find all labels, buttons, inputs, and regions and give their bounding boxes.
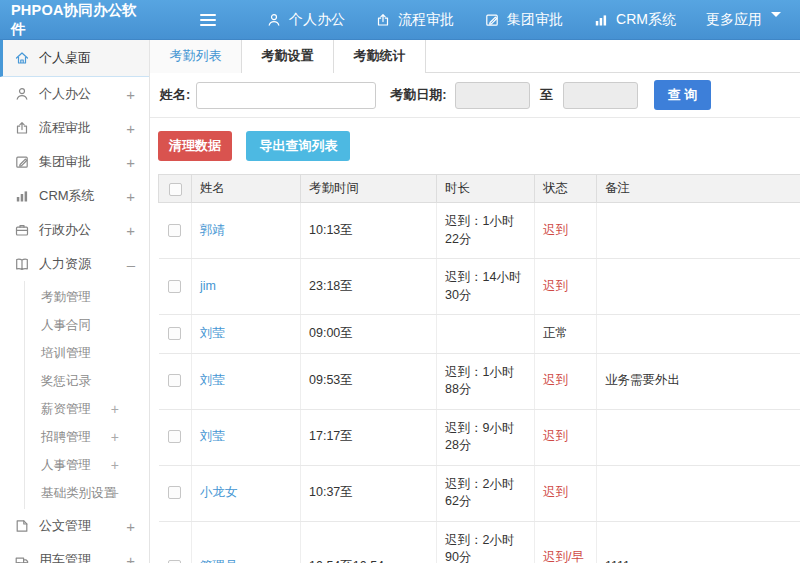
navbar-item[interactable]: 更多应用 — [691, 0, 800, 40]
briefcase-icon — [14, 222, 30, 238]
export-list-button[interactable]: 导出查询列表 — [246, 131, 350, 161]
sidebar-item[interactable]: 用车管理+ — [0, 543, 149, 563]
attendance-time-cell: 09:00至 — [301, 315, 437, 354]
sidebar-subitem-label: 人事合同 — [41, 317, 91, 334]
navbar-item[interactable]: 个人办公 — [251, 0, 360, 40]
sidebar-item[interactable]: 公文管理+ — [0, 509, 149, 543]
remark-cell — [597, 465, 800, 521]
remark-cell — [597, 203, 800, 259]
sidebar-subitem[interactable]: 薪资管理+ — [25, 395, 149, 423]
employee-name-link[interactable]: 刘莹 — [200, 326, 225, 340]
sidebar-item[interactable]: 个人办公+ — [0, 77, 149, 111]
select-all-checkbox[interactable] — [169, 183, 182, 196]
sidebar-subitem-label: 培训管理 — [41, 345, 91, 362]
expand-icon[interactable]: + — [126, 188, 135, 205]
sidebar-item-label: 个人办公 — [39, 85, 91, 103]
expand-icon[interactable]: + — [126, 552, 135, 563]
attendance-time-cell: 17:17至 — [301, 409, 437, 465]
edit-icon — [14, 154, 30, 170]
row-checkbox[interactable] — [168, 327, 181, 340]
expand-icon[interactable]: + — [126, 86, 135, 103]
sidebar-subitem[interactable]: 奖惩记录 — [25, 367, 149, 395]
sidebar-subitem-label: 招聘管理 — [41, 429, 91, 446]
caret-down-icon — [769, 12, 785, 28]
sidebar-subitem-label: 考勤管理 — [41, 289, 91, 306]
status-cell: 迟到 — [535, 465, 597, 521]
date-from-input[interactable] — [455, 82, 530, 109]
tab-考勤列表[interactable]: 考勤列表 — [150, 40, 242, 73]
duration-cell: 迟到：9小时28分 — [437, 409, 535, 465]
status-cell: 正常 — [535, 315, 597, 354]
duration-cell — [437, 315, 535, 354]
remark-cell: 1111 — [597, 521, 800, 563]
sidebar-subitem[interactable]: 招聘管理+ — [25, 423, 149, 451]
sidebar-subitem[interactable]: 培训管理 — [25, 339, 149, 367]
table-row: 管理员10:54至10:54迟到：2小时90分早退：7小时10分迟到/早退111… — [159, 521, 800, 563]
row-checkbox[interactable] — [168, 430, 181, 443]
clear-data-button[interactable]: 清理数据 — [158, 131, 232, 161]
navbar-item-label: 集团审批 — [507, 11, 563, 29]
sidebar-submenu: 考勤管理人事合同培训管理奖惩记录薪资管理+招聘管理+人事管理+基础类别设置+ — [24, 281, 149, 509]
sidebar-subitem[interactable]: 考勤管理 — [25, 283, 149, 311]
search-button[interactable]: 查 询 — [654, 80, 712, 110]
sidebar-item[interactable]: 集团审批+ — [0, 145, 149, 179]
employee-name-link[interactable]: 刘莹 — [200, 373, 225, 387]
attendance-time-cell: 10:13至 — [301, 203, 437, 259]
book-icon — [14, 256, 30, 272]
employee-name-link[interactable]: jim — [200, 279, 216, 293]
main-content: 考勤列表考勤设置考勤统计 姓名: 考勤日期: 至 查 询 清理数据 导出查询列表… — [150, 40, 800, 563]
sidebar-item-label: CRM系统 — [39, 187, 95, 205]
sidebar-item-label: 公文管理 — [39, 517, 91, 535]
table-row: 刘莹09:00至正常 — [159, 315, 800, 354]
row-checkbox[interactable] — [168, 280, 181, 293]
expand-icon[interactable]: + — [111, 401, 119, 417]
sidebar-item-label: 集团审批 — [39, 153, 91, 171]
navbar-item-label: 流程审批 — [398, 11, 454, 29]
duration-cell: 迟到：2小时62分 — [437, 465, 535, 521]
expand-icon[interactable]: + — [126, 154, 135, 171]
truck-icon — [14, 552, 30, 563]
navbar-item[interactable]: 流程审批 — [360, 0, 469, 40]
tab-考勤设置[interactable]: 考勤设置 — [242, 40, 334, 73]
name-input[interactable] — [196, 82, 376, 109]
workflow-icon — [14, 120, 30, 136]
sidebar-item[interactable]: 个人桌面 — [0, 40, 149, 77]
navbar-item[interactable]: CRM系统 — [578, 0, 691, 40]
expand-icon[interactable]: + — [126, 222, 135, 239]
remark-cell — [597, 315, 800, 354]
employee-name-link[interactable]: 管理员 — [200, 559, 238, 563]
expand-icon[interactable]: + — [111, 485, 119, 501]
employee-name-link[interactable]: 小龙女 — [200, 485, 238, 499]
tab-考勤统计[interactable]: 考勤统计 — [334, 40, 426, 73]
table-row: 刘莹17:17至迟到：9小时28分迟到 — [159, 409, 800, 465]
column-header: 状态 — [535, 175, 597, 203]
duration-cell: 迟到：1小时22分 — [437, 203, 535, 259]
table-toolbar: 清理数据 导出查询列表 — [150, 118, 800, 174]
sidebar-subitem[interactable]: 人事合同 — [25, 311, 149, 339]
employee-name-link[interactable]: 郭靖 — [200, 223, 225, 237]
row-checkbox[interactable] — [168, 224, 181, 237]
sidebar-item[interactable]: CRM系统+ — [0, 179, 149, 213]
attendance-time-cell: 23:18至 — [301, 259, 437, 315]
chart-icon — [14, 188, 30, 204]
menu-toggle-button[interactable] — [200, 7, 226, 33]
sidebar-item[interactable]: 行政办公+ — [0, 213, 149, 247]
navbar-item[interactable]: 集团审批 — [469, 0, 578, 40]
expand-icon[interactable]: + — [111, 457, 119, 473]
expand-icon[interactable]: + — [126, 518, 135, 535]
collapse-icon[interactable]: – — [127, 256, 135, 273]
status-cell: 迟到 — [535, 203, 597, 259]
to-label: 至 — [540, 86, 553, 104]
date-to-input[interactable] — [563, 82, 638, 109]
employee-name-link[interactable]: 刘莹 — [200, 429, 225, 443]
row-checkbox[interactable] — [168, 374, 181, 387]
row-checkbox[interactable] — [168, 486, 181, 499]
table-row: 刘莹09:53至迟到：1小时88分迟到业务需要外出 — [159, 353, 800, 409]
expand-icon[interactable]: + — [111, 429, 119, 445]
sidebar-item[interactable]: 流程审批+ — [0, 111, 149, 145]
search-panel: 姓名: 考勤日期: 至 查 询 — [150, 73, 800, 118]
sidebar-subitem[interactable]: 基础类别设置+ — [25, 479, 149, 507]
sidebar-item[interactable]: 人力资源– — [0, 247, 149, 281]
expand-icon[interactable]: + — [126, 120, 135, 137]
sidebar-subitem[interactable]: 人事管理+ — [25, 451, 149, 479]
